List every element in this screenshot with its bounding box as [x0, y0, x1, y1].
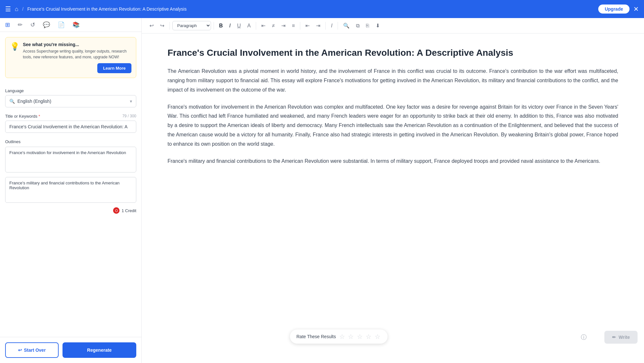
write-button[interactable]: ✏ Write [604, 331, 638, 344]
editor-area: ↩ ↪ Paragraph B I U A ⇤ ≠ ⇥ ≡ ⇤ ⇥ I 🔍 ⧉ … [142, 18, 644, 363]
toolbar-separator-1 [169, 22, 170, 30]
outlines-label: Outlines [5, 139, 136, 144]
editor-toolbar: ↩ ↪ Paragraph B I U A ⇤ ≠ ⇥ ≡ ⇤ ⇥ I 🔍 ⧉ … [142, 18, 644, 34]
start-over-button[interactable]: ↩ Start Over [5, 342, 59, 358]
write-label: Write [619, 335, 630, 340]
help-icon[interactable]: ⓘ [581, 333, 587, 341]
top-navigation: ☰ ⌂ / France's Crucial Involvement in th… [0, 0, 644, 18]
align-center-button[interactable]: ≠ [269, 21, 277, 31]
download-button[interactable]: ⬇ [373, 21, 382, 31]
main-content: ⊞ ✏ ↺ 💬 📄 📚 💡 See what you're missing...… [0, 18, 644, 363]
toolbar-separator-5 [325, 22, 326, 30]
regenerate-button[interactable]: Regenerate [62, 342, 136, 358]
rate-label: Rate These Results [296, 334, 336, 339]
language-select[interactable]: 🔍 English (English) ▾ [5, 95, 136, 107]
outdent-button[interactable]: ⇤ [303, 21, 312, 31]
breadcrumb-separator: / [22, 6, 24, 12]
document-paragraph-1: The American Revolution was a pivotal mo… [168, 67, 618, 94]
promo-title: See what you're missing... [23, 42, 131, 47]
sidebar-form: Language 🔍 English (English) ▾ Title or … [0, 83, 141, 337]
upgrade-button[interactable]: Upgrade [598, 5, 630, 14]
sidebar-toolbar: ⊞ ✏ ↺ 💬 📄 📚 [0, 18, 141, 32]
refresh-icon[interactable]: ↺ [30, 21, 35, 28]
outline-1-textarea[interactable]: France's motivation for involvement in t… [5, 147, 136, 172]
breadcrumb-title: France's Crucial Involvement in the Amer… [27, 6, 594, 12]
home-icon[interactable]: ⌂ [15, 6, 18, 13]
document-paragraph-3: France's military and financial contribu… [168, 157, 618, 166]
align-right-button[interactable]: ⇥ [279, 21, 288, 31]
write-icon: ✏ [612, 335, 616, 340]
left-sidebar: ⊞ ✏ ↺ 💬 📄 📚 💡 See what you're missing...… [0, 18, 142, 363]
align-justify-button[interactable]: ≡ [289, 21, 297, 31]
sidebar-footer: ↩ Start Over Regenerate [0, 337, 141, 363]
start-over-label: Start Over [24, 348, 46, 353]
indent-button[interactable]: ⇥ [313, 21, 323, 31]
learn-more-button[interactable]: Learn More [97, 63, 131, 73]
toolbar-separator-3 [256, 22, 256, 30]
bulb-icon: 💡 [10, 42, 20, 51]
underline-button[interactable]: U [235, 21, 244, 31]
credit-icon: ⬡ [113, 207, 120, 214]
search-button[interactable]: 🔍 [341, 21, 352, 31]
italic-alt-button[interactable]: I [328, 21, 335, 31]
bold-button[interactable]: B [216, 21, 226, 31]
editor-content[interactable]: France's Crucial Involvement in the Amer… [142, 34, 644, 363]
grid-icon[interactable]: ⊞ [5, 21, 10, 28]
comment-icon[interactable]: 💬 [43, 21, 50, 28]
title-counter: 79 / 300 [122, 114, 136, 118]
close-button[interactable]: ✕ [633, 5, 639, 13]
toolbar-separator-2 [214, 22, 214, 30]
toolbar-separator-4 [300, 22, 300, 30]
font-color-button[interactable]: A [245, 21, 254, 31]
language-search-icon: 🔍 [9, 99, 15, 104]
edit-icon[interactable]: ✏ [18, 21, 23, 28]
rate-bar: Rate These Results ☆ ☆ ☆ ☆ ☆ [290, 329, 388, 344]
title-required: * [39, 114, 40, 119]
book-icon[interactable]: 📚 [72, 21, 80, 28]
redo-button[interactable]: ↪ [158, 21, 167, 31]
align-left-button[interactable]: ⇤ [259, 21, 268, 31]
promo-description: Access Supercharge writing quality, long… [23, 48, 131, 60]
document-paragraph-2: France's motivation for involvement in t… [168, 103, 618, 149]
chevron-down-icon: ▾ [130, 99, 132, 104]
title-label: Title or Keywords * 79 / 300 [5, 114, 136, 119]
page-copy-button[interactable]: ⎘ [363, 21, 372, 31]
start-over-icon: ↩ [18, 348, 22, 353]
language-label: Language [5, 88, 136, 93]
copy-button[interactable]: ⧉ [353, 21, 362, 31]
promo-text: See what you're missing... Access Superc… [23, 42, 131, 73]
credit-row: ⬡ 1 Credit [5, 207, 136, 214]
italic-button[interactable]: I [227, 21, 233, 31]
title-input[interactable] [5, 121, 136, 133]
undo-button[interactable]: ↩ [147, 21, 156, 31]
hamburger-icon[interactable]: ☰ [5, 5, 11, 13]
document-title: France's Crucial Involvement in the Amer… [168, 46, 618, 59]
credit-count: 1 Credit [121, 208, 136, 213]
promo-banner: 💡 See what you're missing... Access Supe… [5, 37, 136, 78]
editor-wrapper: France's Crucial Involvement in the Amer… [142, 34, 644, 363]
outline-2-textarea[interactable]: France's military and financial contribu… [5, 177, 136, 203]
toolbar-separator-6 [338, 22, 338, 30]
paragraph-select[interactable]: Paragraph [172, 21, 211, 30]
rate-stars[interactable]: ☆ ☆ ☆ ☆ ☆ [339, 333, 381, 340]
language-value: English (English) [17, 99, 127, 104]
document-icon[interactable]: 📄 [58, 21, 65, 28]
